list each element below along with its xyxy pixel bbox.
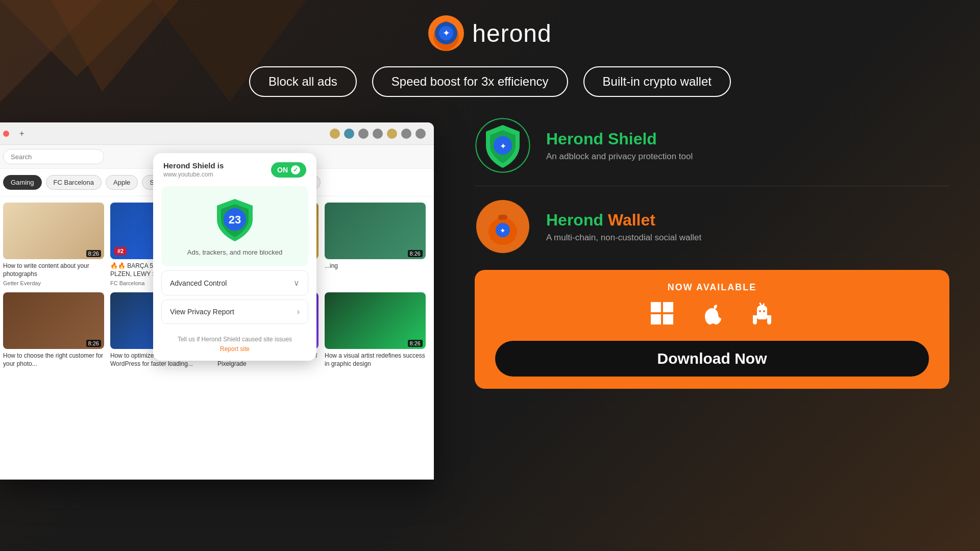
- feature-divider: [475, 186, 949, 186]
- wallet-feature-row: ✦ Herond Wallet A multi-chain, non-custo…: [475, 198, 949, 255]
- video-card-4[interactable]: 8:26 How to choose the right customer fo…: [3, 292, 104, 370]
- shield-toolbar-icon: [344, 129, 354, 139]
- svg-text:23: 23: [229, 213, 241, 226]
- chevron-right-icon: ›: [297, 307, 300, 316]
- svg-rect-16: [498, 215, 507, 220]
- shield-feature-icon: ✦: [475, 117, 531, 173]
- wallet-feature-text: Herond Wallet A multi-chain, non-custodi…: [546, 211, 701, 243]
- header: ✦ herond: [0, 0, 980, 61]
- video-meta-0: Getter Everday: [3, 280, 104, 286]
- download-now-button[interactable]: Download Now: [495, 341, 929, 377]
- herond-logo-icon: ✦: [428, 15, 464, 51]
- svg-point-26: [763, 310, 765, 312]
- logo-text: herond: [472, 19, 551, 47]
- popup-url: www.youtube.com: [163, 171, 224, 178]
- svg-text:✦: ✦: [500, 227, 506, 235]
- windows-icon: [650, 301, 674, 331]
- svg-rect-22: [663, 314, 673, 324]
- right-panel: ✦ Herond Shield An adblock and privacy p…: [434, 112, 980, 546]
- popup-title: Herond Shield is: [163, 161, 224, 170]
- main-area: +: [0, 112, 980, 546]
- star-icon: [330, 129, 340, 139]
- toggle-check-icon: ✓: [291, 165, 300, 174]
- video-card-0[interactable]: 8:26 How to write content about your pho…: [3, 203, 104, 286]
- chevron-down-icon: ∨: [293, 278, 300, 288]
- shield-feature-text: Herond Shield An adblock and privacy pro…: [546, 130, 693, 162]
- video-duration-4: 8:26: [86, 340, 101, 347]
- toggle-label: ON: [277, 166, 288, 174]
- feature-pills: Block all ads Speed boost for 3x efficie…: [0, 66, 980, 97]
- video-duration-7: 8:26: [408, 340, 423, 347]
- browser-icons: [330, 129, 426, 139]
- page-content: ✦ herond Block all ads Speed boost for 3…: [0, 0, 980, 551]
- apple-icon: [700, 301, 724, 331]
- shield-badge: 23: [212, 196, 258, 242]
- toolbar-icon-1: [358, 129, 369, 139]
- svg-rect-20: [663, 302, 673, 312]
- privacy-report[interactable]: View Privacy Report ›: [161, 299, 308, 324]
- browser-topbar: +: [0, 122, 434, 145]
- advanced-control-label: Advanced Control: [170, 279, 227, 287]
- svg-rect-19: [651, 302, 661, 312]
- popup-footer-text: Tell us if Herond Shield caused site iss…: [178, 336, 292, 343]
- chip-gaming[interactable]: Gaming: [3, 175, 42, 190]
- pill-block-ads[interactable]: Block all ads: [249, 66, 357, 97]
- popup-title-block: Herond Shield is www.youtube.com: [163, 161, 224, 178]
- tab-plus[interactable]: +: [19, 129, 24, 138]
- toggle-on-button[interactable]: ON ✓: [271, 162, 306, 178]
- svg-text:✦: ✦: [500, 142, 506, 151]
- chip-apple[interactable]: Apple: [106, 175, 138, 190]
- android-icon: [750, 301, 774, 331]
- download-card: NOW AVAILABLE: [475, 270, 949, 389]
- shield-feature-desc: An adblock and privacy protection tool: [546, 152, 693, 162]
- chip-fcb[interactable]: FC Barcelona: [46, 175, 102, 190]
- privacy-report-label: View Privacy Report: [170, 308, 234, 316]
- wallet-feature-desc: A multi-chain, non-custodial social wall…: [546, 233, 701, 243]
- svg-rect-21: [651, 314, 661, 324]
- popup-header: Herond Shield is www.youtube.com ON ✓: [153, 153, 316, 182]
- tab-close[interactable]: [3, 131, 9, 137]
- pill-speed[interactable]: Speed boost for 3x efficiency: [372, 66, 568, 97]
- video-card-7[interactable]: 8:26 How a visual artist redefines succe…: [325, 292, 426, 370]
- shield-feature-row: ✦ Herond Shield An adblock and privacy p…: [475, 117, 949, 173]
- video-title-3: ...ing: [325, 262, 426, 270]
- toolbar-icon-5: [415, 129, 426, 139]
- shield-popup: Herond Shield is www.youtube.com ON ✓: [153, 153, 316, 361]
- wallet-feature-icon: ✦: [475, 198, 531, 255]
- video-duration-3: 8:26: [408, 250, 423, 257]
- video-title-7: How a visual artist redefines success in…: [325, 352, 426, 368]
- shield-feature-title: Herond Shield: [546, 130, 693, 148]
- svg-point-25: [759, 310, 761, 312]
- popup-shield-area: 23 Ads, trackers, and more blocked: [161, 186, 308, 266]
- toolbar-icon-4: [401, 129, 411, 139]
- search-input[interactable]: [3, 149, 104, 164]
- video-title-4: How to choose the right customer for you…: [3, 352, 104, 368]
- now-available-label: NOW AVAILABLE: [495, 282, 929, 293]
- browser-section: +: [0, 112, 434, 546]
- toolbar-icon-2: [373, 129, 383, 139]
- video-title-0: How to write content about your photogra…: [3, 262, 104, 278]
- blocked-text: Ads, trackers, and more blocked: [187, 248, 282, 256]
- wallet-feature-title: Herond Wallet: [546, 211, 701, 230]
- platform-icons: [495, 301, 929, 331]
- advanced-control[interactable]: Advanced Control ∨: [161, 270, 308, 295]
- toolbar-icon-3: [387, 129, 397, 139]
- popup-footer: Tell us if Herond Shield caused site iss…: [153, 328, 316, 361]
- pill-crypto[interactable]: Built-in crypto wallet: [583, 66, 731, 97]
- video-card-3[interactable]: 8:26 ...ing: [325, 203, 426, 286]
- report-site-link[interactable]: Report site: [163, 345, 306, 353]
- svg-text:✦: ✦: [443, 28, 450, 38]
- video-duration-0: 8:26: [86, 250, 101, 257]
